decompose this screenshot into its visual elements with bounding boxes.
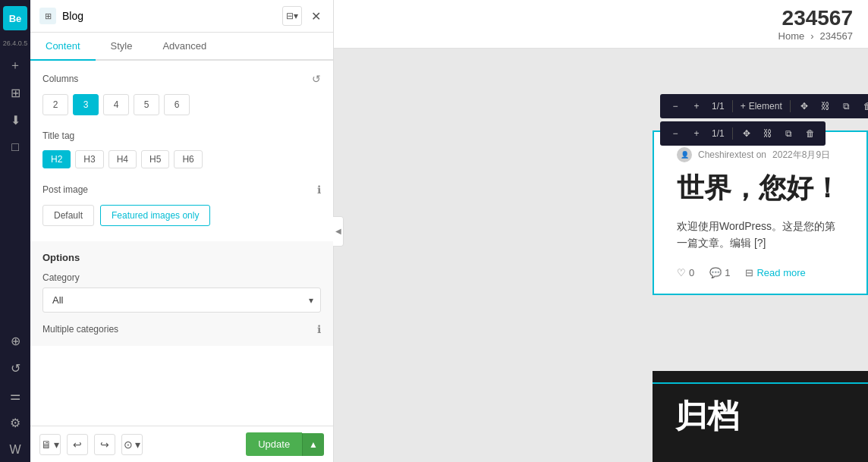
update-btn-wrapper: Update ▲	[246, 432, 324, 456]
tag-h5[interactable]: H5	[141, 150, 169, 168]
columns-reset-icon[interactable]: ↺	[312, 73, 321, 85]
blog-likes: ♡ 0	[677, 267, 694, 278]
et-trash-btn[interactable]: 🗑	[859, 97, 868, 115]
blog-read-more[interactable]: ⊟ Read more	[745, 267, 805, 278]
add-element-icon[interactable]: ＋	[3, 53, 27, 77]
panel-body: Columns ↺ 2 3 4 5 6 Title tag H2 H3 H4 H…	[30, 61, 333, 426]
multiple-categories-label: Multiple categories	[42, 324, 118, 335]
blog-footer: ♡ 0 💬 1 ⊟ Read more	[677, 267, 844, 278]
post-image-label: Post image	[42, 184, 88, 195]
brand-logo: Be	[3, 6, 27, 30]
page-number: 234567	[349, 6, 853, 30]
col-btn-3[interactable]: 3	[73, 94, 99, 115]
et-element-btn[interactable]: + Element	[737, 101, 785, 112]
blog-author: Cheshirextest on	[698, 149, 766, 160]
blog-post-card: 👤 Cheshirextest on 2022年8月9日 世界，您好！ 欢迎使用…	[653, 130, 868, 295]
col-btn-4[interactable]: 4	[103, 94, 129, 115]
et-fraction: 1/1	[709, 101, 728, 112]
author-avatar: 👤	[677, 147, 692, 162]
options-section: Options Category All ▾ Multiple categori…	[30, 241, 333, 346]
breadcrumb-current: 234567	[820, 30, 853, 42]
close-panel-button[interactable]: ✕	[308, 9, 324, 24]
breadcrumb-home[interactable]: Home	[778, 30, 805, 42]
title-tag-label: Title tag	[42, 130, 74, 141]
toolbar-left: 🖥 ▾ ↩ ↪ ⊙ ▾	[39, 434, 143, 455]
blog-excerpt: 欢迎使用WordPress。这是您的第一篇文章。编辑 [?]	[677, 218, 844, 252]
col-btn-6[interactable]: 6	[164, 94, 190, 115]
col-btn-5[interactable]: 5	[134, 94, 159, 115]
title-tag-header: Title tag	[42, 130, 321, 141]
archive-title: 归档	[675, 395, 739, 438]
read-more-link[interactable]: Read more	[756, 267, 805, 278]
gear-icon[interactable]: ⚙	[3, 410, 27, 435]
canvas-area: + − + 1/1 + Element ✥ ⛓ ⧉ 🗑 − + 1/1 ✥ ⛓ …	[334, 49, 868, 462]
redo-btn[interactable]: ↪	[94, 434, 115, 455]
et-element-label: Element	[749, 101, 782, 112]
likes-count: 0	[689, 267, 694, 278]
sliders-icon[interactable]: ⚌	[3, 383, 27, 407]
et-minus-btn[interactable]: −	[666, 97, 684, 115]
refresh-icon[interactable]: ↺	[3, 356, 27, 380]
update-arrow-button[interactable]: ▲	[302, 433, 324, 456]
category-select-wrapper: All ▾	[42, 288, 321, 313]
columns-section-header: Columns ↺	[42, 73, 321, 85]
wordpress-icon[interactable]: W	[3, 438, 27, 462]
et2-trash-btn[interactable]: 🗑	[801, 124, 819, 143]
et2-divider	[732, 127, 733, 140]
tab-style[interactable]: Style	[96, 33, 148, 61]
blog-title: 世界，您好！	[677, 170, 844, 207]
tag-h3[interactable]: H3	[75, 150, 103, 168]
et-plus-icon: +	[741, 101, 746, 112]
tab-content[interactable]: Content	[30, 33, 96, 61]
col-btn-2[interactable]: 2	[42, 94, 68, 115]
panel-header: ⊞ Blog ⊟▾ ✕	[30, 0, 333, 33]
screenshot-btn[interactable]: ⊙ ▾	[121, 434, 143, 455]
tag-h2[interactable]: H2	[42, 150, 71, 168]
element-toolbar-1: − + 1/1 + Element ✥ ⛓ ⧉ 🗑	[660, 94, 868, 118]
version-badge: 26.4.0.5	[3, 39, 28, 47]
blog-meta: 👤 Cheshirextest on 2022年8月9日	[677, 147, 844, 162]
tag-h4[interactable]: H4	[108, 150, 137, 168]
et-plus-btn[interactable]: +	[687, 97, 706, 115]
device-toggle-btn[interactable]: 🖥 ▾	[39, 434, 61, 455]
et2-link-btn[interactable]: ⛓	[759, 124, 777, 143]
template-icon[interactable]: □	[3, 135, 27, 159]
post-image-header: Post image ℹ	[42, 184, 321, 196]
heart-icon: ♡	[677, 267, 686, 278]
layout-select-btn[interactable]: ⊟▾	[282, 6, 302, 26]
et2-copy-btn[interactable]: ⧉	[780, 124, 798, 143]
archive-section: 归档	[653, 371, 868, 462]
et2-move-btn[interactable]: ✥	[737, 124, 756, 143]
import-icon[interactable]: ⬇	[3, 108, 27, 132]
panel-header-actions: ⊟▾	[282, 6, 302, 26]
layers-icon[interactable]: ⊕	[3, 328, 27, 353]
et-divider-2	[790, 100, 791, 112]
title-tag-section: Title tag H2 H3 H4 H5 H6	[42, 130, 321, 168]
et-move-btn[interactable]: ✥	[795, 97, 813, 115]
et-divider	[732, 100, 733, 112]
layout-icon[interactable]: ⊞	[3, 80, 27, 105]
update-button[interactable]: Update	[246, 432, 302, 456]
post-image-default[interactable]: Default	[42, 205, 94, 226]
et-link-btn[interactable]: ⛓	[816, 97, 835, 115]
et2-fraction: 1/1	[709, 128, 728, 139]
et2-plus-btn[interactable]: +	[687, 124, 706, 143]
panel-header-icon: ⊞	[39, 8, 56, 24]
et2-minus-btn[interactable]: −	[666, 124, 684, 143]
multiple-categories-info-icon[interactable]: ℹ	[317, 323, 321, 335]
bottom-selection-line	[653, 382, 868, 384]
comment-icon: 💬	[709, 267, 722, 278]
post-image-featured[interactable]: Featured images only	[100, 205, 210, 226]
undo-btn[interactable]: ↩	[67, 434, 88, 455]
post-image-section: Post image ℹ Default Featured images onl…	[42, 184, 321, 226]
tab-advanced[interactable]: Advanced	[147, 33, 222, 61]
breadcrumb-separator: ›	[810, 30, 813, 42]
panel-collapse-btn[interactable]: ◀	[333, 216, 344, 247]
category-select[interactable]: All	[42, 288, 321, 313]
tag-h6[interactable]: H6	[174, 150, 202, 168]
bottom-toolbar: 🖥 ▾ ↩ ↪ ⊙ ▾ Update ▲	[30, 426, 333, 462]
settings-panel: ⊞ Blog ⊟▾ ✕ Content Style Advanced Colum…	[30, 0, 334, 462]
main-content: 234567 Home › 234567 + − + 1/1 + Element…	[334, 0, 868, 462]
post-image-info-icon[interactable]: ℹ	[317, 184, 321, 196]
et-copy-btn[interactable]: ⧉	[838, 97, 856, 115]
